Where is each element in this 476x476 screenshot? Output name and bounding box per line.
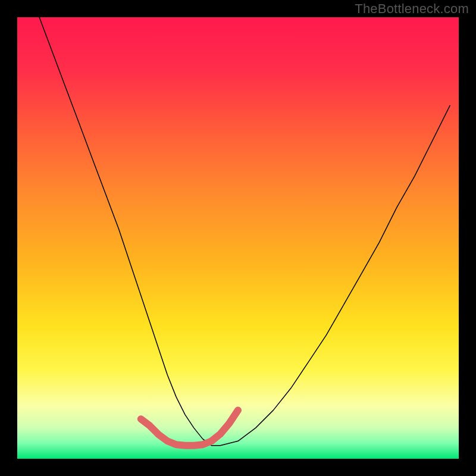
watermark-text: TheBottleneck.com [355, 1, 469, 17]
gradient-backdrop [17, 17, 459, 459]
plot-area [17, 17, 459, 459]
chart-stage: TheBottleneck.com [0, 0, 476, 476]
plot-svg [17, 17, 459, 459]
